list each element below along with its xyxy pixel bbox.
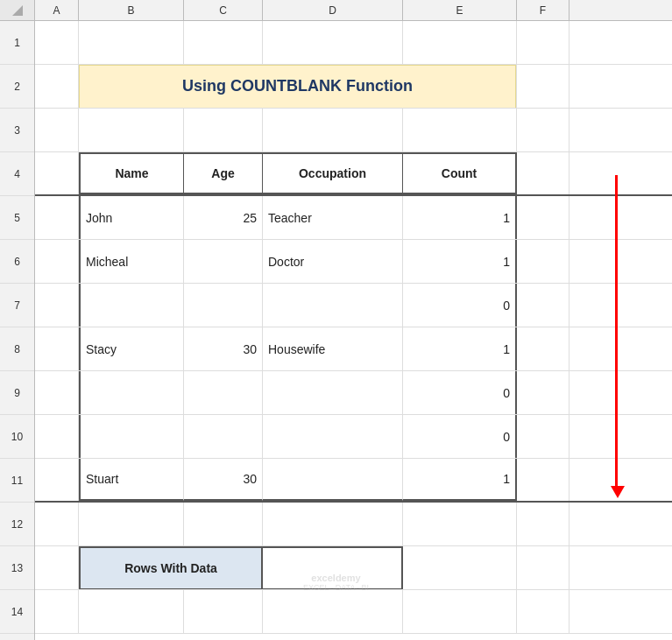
title-text: Using COUNTBLANK Function	[79, 65, 516, 108]
row-14	[35, 590, 672, 634]
col-header-b: B	[79, 0, 184, 20]
cell-8b-name[interactable]: Stacy	[79, 327, 184, 370]
svg-marker-0	[12, 5, 23, 16]
cell-5e-count[interactable]: 1	[403, 196, 517, 239]
cell-3b[interactable]	[79, 109, 184, 151]
cell-1b[interactable]	[79, 21, 184, 64]
cell-8a[interactable]	[35, 327, 79, 370]
cell-12e[interactable]	[403, 503, 517, 545]
cell-11f[interactable]	[517, 459, 569, 501]
cell-10b[interactable]	[79, 415, 184, 458]
cell-14e[interactable]	[403, 590, 517, 633]
cell-13-summary-container: Rows With Data	[79, 546, 403, 589]
row-num-1: 1	[0, 21, 34, 65]
cell-1e[interactable]	[403, 21, 517, 64]
row-num-11: 11	[0, 459, 34, 503]
cell-13f[interactable]	[517, 546, 569, 589]
cell-11e-count[interactable]: 1	[403, 459, 517, 501]
cell-9c[interactable]	[184, 371, 263, 414]
summary-value[interactable]	[263, 546, 403, 589]
cell-6d-occ[interactable]: Doctor	[263, 240, 403, 283]
cell-8f[interactable]	[517, 327, 569, 370]
cell-14c[interactable]	[184, 590, 263, 633]
cell-7d[interactable]	[263, 284, 403, 327]
cell-6f[interactable]	[517, 240, 569, 283]
cell-12d[interactable]	[263, 503, 403, 545]
col-header-f: F	[517, 0, 569, 20]
row-3	[35, 109, 672, 152]
cell-3c[interactable]	[184, 109, 263, 151]
grid: 1 2 3 4 5 6 7 8 9 10 11 12 13 14	[0, 21, 672, 640]
cell-3a[interactable]	[35, 109, 79, 151]
cell-6e-count[interactable]: 1	[403, 240, 517, 283]
cell-12f[interactable]	[517, 503, 569, 545]
cell-11c-age[interactable]: 30	[184, 459, 263, 501]
col-header-a: A	[35, 0, 79, 20]
cell-10f[interactable]	[517, 415, 569, 458]
cell-13a[interactable]	[35, 546, 79, 589]
cell-11b-name[interactable]: Stuart	[79, 459, 184, 501]
cell-8e-count[interactable]: 1	[403, 327, 517, 370]
cell-14b[interactable]	[79, 590, 184, 633]
cell-9a[interactable]	[35, 371, 79, 414]
cell-6b-name[interactable]: Micheal	[79, 240, 184, 283]
cell-1f[interactable]	[517, 21, 569, 64]
cell-2a[interactable]	[35, 65, 79, 108]
row-4-header: Name Age Occupation Count	[35, 152, 672, 196]
row-7: 0	[35, 284, 672, 327]
grid-content: Using COUNTBLANK Function Name Age Occup…	[35, 21, 672, 640]
cell-7c[interactable]	[184, 284, 263, 327]
cell-5c-age[interactable]: 25	[184, 196, 263, 239]
cell-8c-age[interactable]: 30	[184, 327, 263, 370]
cell-3d[interactable]	[263, 109, 403, 151]
cell-5a[interactable]	[35, 196, 79, 239]
row-11: Stuart 30 1	[35, 459, 672, 503]
cell-8d-occ[interactable]: Housewife	[263, 327, 403, 370]
col-header-c: C	[184, 0, 263, 20]
cell-11a[interactable]	[35, 459, 79, 501]
cell-7f[interactable]	[517, 284, 569, 327]
cell-7e-count[interactable]: 0	[403, 284, 517, 327]
cell-9b[interactable]	[79, 371, 184, 414]
header-name: Name	[79, 152, 184, 194]
cell-12c[interactable]	[184, 503, 263, 545]
cell-7a[interactable]	[35, 284, 79, 327]
cell-2-title: Using COUNTBLANK Function	[79, 65, 517, 108]
cell-5d-occ[interactable]: Teacher	[263, 196, 403, 239]
cell-9d[interactable]	[263, 371, 403, 414]
cell-3e[interactable]	[403, 109, 517, 151]
cell-6c-age[interactable]	[184, 240, 263, 283]
row-9: 0	[35, 371, 672, 415]
cell-1a[interactable]	[35, 21, 79, 64]
cell-11d-occ[interactable]	[263, 459, 403, 501]
row-num-8: 8	[0, 327, 34, 371]
cell-10c[interactable]	[184, 415, 263, 458]
cell-9f[interactable]	[517, 371, 569, 414]
cell-12a[interactable]	[35, 503, 79, 545]
cell-14f[interactable]	[517, 590, 569, 633]
row-num-3: 3	[0, 109, 34, 152]
cell-1d[interactable]	[263, 21, 403, 64]
cell-12b[interactable]	[79, 503, 184, 545]
row-5: John 25 Teacher 1	[35, 196, 672, 240]
cell-10a[interactable]	[35, 415, 79, 458]
cell-4f[interactable]	[517, 152, 569, 194]
cell-10d[interactable]	[263, 415, 403, 458]
cell-9e-count[interactable]: 0	[403, 371, 517, 414]
cell-4a[interactable]	[35, 152, 79, 194]
cell-14d[interactable]	[263, 590, 403, 633]
row-6: Micheal Doctor 1	[35, 240, 672, 284]
cell-2f[interactable]	[517, 65, 569, 108]
cell-13e[interactable]	[403, 546, 517, 589]
cell-1c[interactable]	[184, 21, 263, 64]
cell-5f[interactable]	[517, 196, 569, 239]
cell-3f[interactable]	[517, 109, 569, 151]
cell-10e-count[interactable]: 0	[403, 415, 517, 458]
cell-14a[interactable]	[35, 590, 79, 633]
col-header-e: E	[403, 0, 517, 20]
cell-7b[interactable]	[79, 284, 184, 327]
spreadsheet: A B C D E F 1 2 3 4 5 6 7 8 9 10 11 12 1…	[0, 0, 672, 640]
column-headers: A B C D E F	[0, 0, 672, 21]
cell-6a[interactable]	[35, 240, 79, 283]
cell-5b-name[interactable]: John	[79, 196, 184, 239]
